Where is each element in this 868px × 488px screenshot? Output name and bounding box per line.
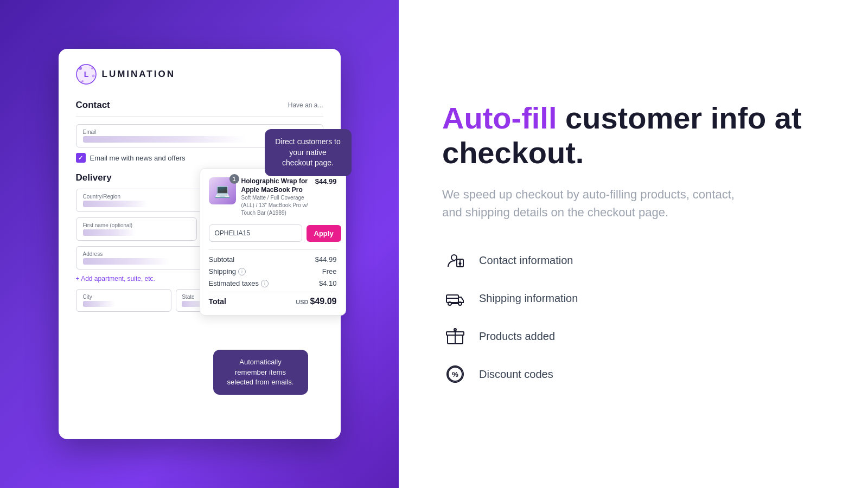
address-label: Address [83, 251, 170, 257]
logo-text: LUMINATION [102, 69, 175, 80]
city-label: City [83, 294, 165, 300]
lumination-logo-icon: L [76, 64, 97, 85]
product-image-wrap: 💻 1 [209, 177, 236, 204]
product-row: 💻 1 Holographic Wrap for Apple MacBook P… [209, 177, 337, 217]
feature-label-shipping: Shipping information [479, 292, 578, 305]
feature-item-contact: Contact information [442, 247, 825, 273]
svg-text:%: % [452, 370, 458, 378]
discount-row: Apply [209, 224, 337, 242]
total-label: Total [209, 297, 226, 306]
discount-input[interactable] [209, 224, 302, 242]
subtotal-value: $44.99 [315, 255, 337, 264]
feature-label-products: Products added [479, 330, 555, 343]
shipping-icon [445, 288, 465, 308]
feature-list: Contact information Shipping information [442, 247, 825, 387]
contact-icon-wrap [442, 247, 468, 273]
contact-title: Contact [76, 100, 110, 111]
total-line: Total USD$49.09 [209, 292, 337, 306]
product-name: Holographic Wrap for Apple MacBook Pro [241, 177, 310, 194]
subtotal-label: Subtotal [209, 255, 235, 264]
checkout-card: L LUMINATION Contact Have an a... Email … [59, 49, 341, 439]
feature-item-discount: % Discount codes [442, 361, 825, 387]
apply-button[interactable]: Apply [307, 225, 341, 242]
tooltip-top: Direct customers to your native checkout… [265, 129, 352, 176]
logo-area: L LUMINATION [76, 64, 323, 85]
total-currency: USD [296, 299, 308, 305]
shipping-info-icon: i [238, 268, 246, 275]
svg-point-2 [79, 67, 82, 70]
email-checkbox-label: Email me with news and offers [90, 154, 186, 162]
address-value [83, 258, 170, 265]
svg-point-4 [92, 75, 94, 78]
svg-point-7 [459, 263, 461, 265]
contact-section-header: Contact Have an a... [76, 100, 323, 111]
svg-point-11 [458, 302, 462, 305]
product-badge: 1 [229, 174, 239, 184]
left-panel: L LUMINATION Contact Have an a... Email … [0, 0, 399, 488]
city-value [83, 301, 116, 307]
headline-accent: Auto-fill [442, 101, 557, 135]
feature-item-shipping: Shipping information [442, 285, 825, 311]
svg-text:L: L [84, 70, 88, 79]
gift-icon-wrap [442, 323, 468, 349]
taxes-value: $4.10 [319, 279, 337, 287]
product-info: Holographic Wrap for Apple MacBook Pro S… [241, 177, 310, 217]
summary-divider [209, 249, 337, 250]
first-name-value [83, 229, 137, 236]
feature-label-discount: Discount codes [479, 368, 553, 381]
tooltip-bottom: Automatically remember items selected fr… [213, 350, 308, 395]
main-headline: Auto-fill customer info at checkout. [442, 101, 825, 171]
contact-divider [76, 116, 323, 117]
country-value [83, 201, 148, 207]
svg-point-10 [448, 302, 451, 305]
taxes-label: Estimated taxes i [209, 279, 269, 287]
have-account-text: Have an a... [288, 101, 323, 109]
feature-label-contact: Contact information [479, 254, 573, 267]
discount-icon-wrap: % [442, 361, 468, 387]
total-amount: USD$49.09 [296, 297, 336, 306]
subtotal-line: Subtotal $44.99 [209, 255, 337, 264]
order-summary-overlay: 💻 1 Holographic Wrap for Apple MacBook P… [200, 168, 346, 316]
shipping-icon-wrap [442, 285, 468, 311]
contact-icon [445, 251, 465, 270]
gift-icon [445, 326, 465, 346]
taxes-info-icon: i [261, 280, 269, 287]
svg-point-6 [451, 255, 457, 260]
email-value [83, 136, 246, 143]
first-name-label: First name (optional) [83, 222, 190, 228]
taxes-line: Estimated taxes i $4.10 [209, 279, 337, 287]
shipping-label: Shipping i [209, 267, 246, 275]
subtext: We speed up checkout by auto-filling pro… [442, 185, 746, 221]
city-field[interactable]: City [76, 289, 172, 312]
svg-point-3 [91, 67, 93, 69]
shipping-value: Free [322, 267, 337, 275]
shipping-line: Shipping i Free [209, 267, 337, 275]
feature-item-products: Products added [442, 323, 825, 349]
first-name-field[interactable]: First name (optional) [76, 217, 197, 241]
product-price: $44.99 [315, 177, 337, 185]
country-label: Country/Region [83, 194, 148, 200]
product-variant: Soft Matte / Full Coverage (ALL) / 13" M… [241, 194, 310, 217]
right-panel: Auto-fill customer info at checkout. We … [399, 0, 868, 488]
email-checkbox[interactable] [76, 153, 86, 163]
svg-point-5 [81, 80, 84, 82]
discount-icon: % [445, 364, 465, 384]
